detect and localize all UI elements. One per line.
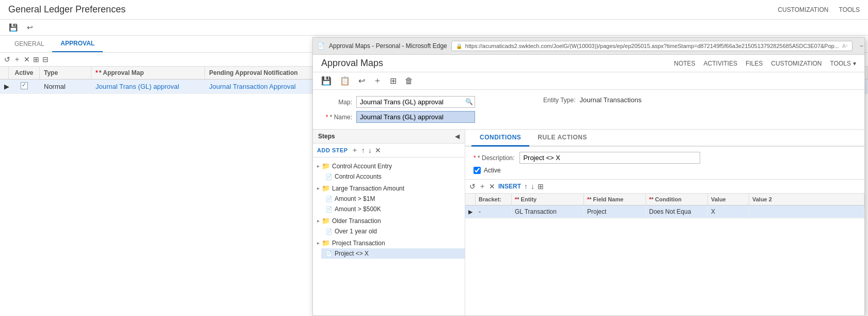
tree-leaf-amount-500k[interactable]: 📄 Amount > $500K [321,204,465,214]
refresh-btn[interactable]: ↺ [4,55,10,64]
tab-conditions[interactable]: CONDITIONS [471,130,529,147]
minimize-btn[interactable]: − [857,41,866,51]
steps-delete-btn[interactable]: ✕ [375,146,381,154]
cond-up-btn[interactable]: ↑ [524,182,528,191]
undo-toolbar-btn[interactable]: ↩ [24,22,36,33]
nav-tools[interactable]: TOOLS ▾ [830,60,856,67]
row-entity[interactable]: GL Transaction [512,206,584,218]
cond-add-btn[interactable]: ＋ [479,182,486,191]
add-row-btn[interactable]: ＋ [13,55,21,64]
tree-leaf-1year[interactable]: 📄 Over 1 year old [321,226,465,236]
nav-notes[interactable]: NOTES [674,60,695,67]
active-row: Active [474,167,856,174]
col-entity-header: ** Entity [512,194,584,205]
col-bracket-header: Bracket: [476,194,512,205]
cond-fit-btn[interactable]: ⊞ [538,182,544,191]
main-page: General Ledger Preferences CUSTOMIZATION… [0,0,868,316]
col-indicator-header [0,67,9,79]
steps-up-btn[interactable]: ↑ [361,146,365,154]
col-value2-header: Value 2 [749,194,864,205]
top-actions: CUSTOMIZATION TOOLS [778,6,860,13]
col-condition-header: ** Condition [646,194,708,205]
tree-group-header-project[interactable]: ▸ 📁 Project Transaction [313,238,465,248]
conditions-toolbar: ↺ ＋ ✕ INSERT ↑ ↓ ⊞ [465,180,864,194]
steps-collapse-btn[interactable]: ◀ [455,133,460,140]
row-value2[interactable] [749,209,864,214]
map-input[interactable] [356,96,475,108]
row-value[interactable]: X [708,206,749,218]
app-add-btn[interactable]: ＋ [371,74,384,87]
app-copy-btn[interactable]: 📋 [338,75,352,87]
row-approval-map[interactable]: Journal Trans (GL) approval [91,80,205,93]
tree-leaf-control-accounts[interactable]: 📄 Control Accounts [321,171,465,182]
tree-leaf-label-500k: Amount > $500K [335,206,381,213]
active-checkbox[interactable] [21,82,28,89]
expand-icon-2: ▸ [317,185,320,191]
cond-refresh-btn[interactable]: ↺ [469,182,476,191]
tree-group-header-control[interactable]: ▸ 📁 Control Account Entry [313,161,465,171]
map-label: Map: [321,99,352,106]
app-copy2-btn[interactable]: ⊞ [388,75,399,87]
approval-map-link[interactable]: Journal Trans (GL) approval [96,83,179,90]
insert-btn[interactable]: INSERT [498,183,521,190]
map-row: Map: 🔍 [321,96,528,108]
tree-leaf-amount-1m[interactable]: 📄 Amount > $1M [321,194,465,204]
delete-row-btn[interactable]: ✕ [24,55,30,64]
conditions-table-row[interactable]: ▶ - GL Transaction Project Does Not Equa… [465,206,864,218]
conditions-table: Bracket: ** Entity ** Field Name ** Cond… [465,194,864,315]
tools-action[interactable]: TOOLS [839,6,860,13]
row-active[interactable] [9,80,40,93]
nav-activities[interactable]: ACTIVITIES [704,60,737,67]
tree-group-header-older[interactable]: ▸ 📁 Older Transaction [313,215,465,226]
cond-delete-btn[interactable]: ✕ [489,182,495,191]
row-indicator: ▶ [0,80,9,93]
steps-add-btn[interactable]: ＋ [351,146,358,155]
name-input[interactable] [356,111,475,123]
nav-customization[interactable]: CUSTOMIZATION [771,60,822,67]
leaf-icon-3: 📄 [325,206,333,213]
fit-btn[interactable]: ⊞ [33,55,39,64]
tree-group-label-older: Older Transaction [332,217,381,225]
row-condition[interactable]: Does Not Equa [646,206,708,218]
add-step-btn[interactable]: ADD STEP [317,147,348,153]
tab-general[interactable]: GENERAL [6,36,52,52]
tab-approval[interactable]: APPROVAL [52,36,103,52]
app-undo-btn[interactable]: ↩ [356,75,367,87]
tree-group-header-large[interactable]: ▸ 📁 Large Transaction Amount [313,183,465,194]
leaf-icon-5: 📄 [325,250,333,257]
save-toolbar-btn[interactable]: 💾 [6,22,20,33]
row-field-name[interactable]: Project [584,206,646,218]
col-map-header: ** Approval Map [91,67,205,79]
url-text: https://acumaticads2.swktech.com/JoelG/(… [465,43,839,49]
description-label: * * Description: [474,154,514,162]
tree-children-control: 📄 Control Accounts [313,171,465,182]
row-indicator-arrow: ▶ [465,206,476,218]
customization-action[interactable]: CUSTOMIZATION [778,6,828,13]
steps-panel: Steps ◀ ADD STEP ＋ ↑ ↓ ✕ ▸ 📁 [313,130,465,315]
filter-btn[interactable]: ⊟ [42,55,49,64]
description-input[interactable] [519,152,700,164]
notification-link[interactable]: Journal Transaction Approval [209,83,296,90]
app-delete-btn[interactable]: 🗑 [403,75,415,87]
tree-leaf-label-1year: Over 1 year old [335,228,377,235]
lock-icon: 🔒 [456,43,462,49]
tree-leaf-label-1m: Amount > $1M [335,195,375,202]
tab-rule-actions[interactable]: RULE ACTIONS [529,130,595,146]
right-tabs: CONDITIONS RULE ACTIONS [465,130,864,147]
right-panel: CONDITIONS RULE ACTIONS * * Description:… [465,130,864,315]
row-bracket[interactable]: - [476,206,512,218]
tree-leaf-project-x[interactable]: 📄 Project <> X [321,248,465,259]
app-save-btn[interactable]: 💾 [319,75,334,87]
browser-controls: − □ ✕ [857,41,868,51]
leaf-icon: 📄 [325,173,333,180]
url-bar[interactable]: 🔒 https://acumaticads2.swktech.com/JoelG… [451,41,853,51]
active-checkbox-cond[interactable] [474,167,481,174]
search-icon[interactable]: 🔍 [465,98,473,105]
steps-tree: ▸ 📁 Control Account Entry 📄 Control Acco… [313,157,465,315]
folder-icon-4: 📁 [322,239,330,247]
tree-children-older: 📄 Over 1 year old [313,226,465,236]
steps-down-btn[interactable]: ↓ [368,146,372,154]
nav-files[interactable]: FILES [746,60,763,67]
cond-down-btn[interactable]: ↓ [531,182,534,191]
name-row: * * Name: [321,111,528,123]
